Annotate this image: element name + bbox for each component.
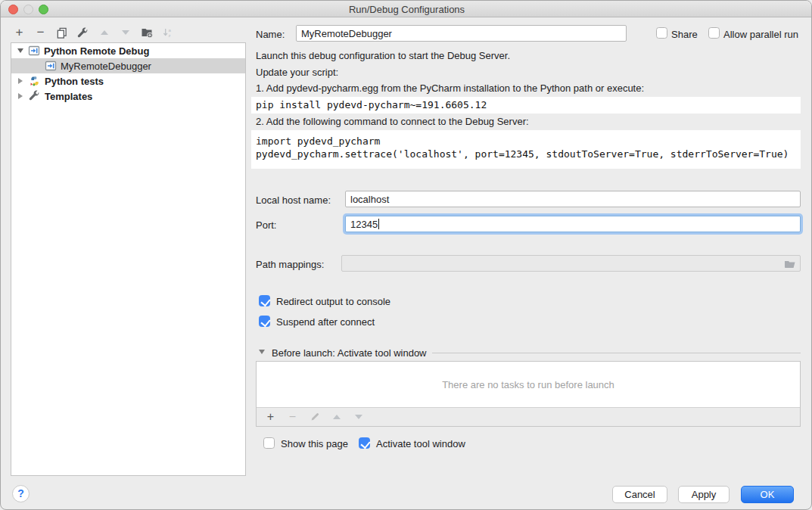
share-checkbox[interactable] <box>656 27 667 39</box>
tree-item-label: MyRemoteDebugger <box>61 61 151 72</box>
svg-text:z: z <box>168 32 170 37</box>
name-value: MyRemoteDebugger <box>301 28 392 39</box>
run-debug-configurations-dialog: { "window": { "title": "Run/Debug Config… <box>0 0 812 510</box>
before-launch-separator <box>432 353 801 353</box>
browse-folder-icon[interactable] <box>784 258 796 272</box>
share-label: Share <box>671 29 698 40</box>
path-mappings-input[interactable] <box>341 255 801 272</box>
redirect-output-label: Redirect output to console <box>276 296 390 307</box>
tree-item-label: Python tests <box>45 76 104 87</box>
step1-text: 1. Add pydevd-pycharm.egg from the PyCha… <box>256 82 644 94</box>
tree-item-label: Templates <box>45 91 92 102</box>
collapse-arrow-icon[interactable] <box>17 48 23 53</box>
before-launch-toolbar: + − <box>257 407 800 426</box>
pip-install-code: pip install pydevd-pycharm~=191.6605.12 <box>251 97 801 114</box>
copy-configuration-icon[interactable] <box>55 26 68 39</box>
move-down-icon <box>119 26 132 39</box>
expand-arrow-icon[interactable] <box>18 93 23 99</box>
text-cursor <box>378 219 379 229</box>
settrace-code-line1: import pydevd_pycharm <box>256 135 801 148</box>
cancel-button[interactable]: Cancel <box>612 486 667 503</box>
show-this-page-label: Show this page <box>281 438 348 449</box>
new-folder-icon[interactable] <box>140 26 153 39</box>
python-tests-icon <box>29 75 41 87</box>
no-tasks-message: There are no tasks to run before launch <box>257 362 800 407</box>
name-input[interactable]: MyRemoteDebugger <box>296 25 627 42</box>
remove-configuration-icon[interactable]: − <box>34 26 47 39</box>
ok-button[interactable]: OK <box>741 486 794 503</box>
apply-button[interactable]: Apply <box>678 486 730 503</box>
remove-task-icon: − <box>286 410 299 424</box>
local-host-name-label: Local host name: <box>256 194 331 206</box>
local-host-name-value: localhost <box>350 194 389 205</box>
configurations-toolbar: + − az <box>13 25 174 40</box>
local-host-name-input[interactable]: localhost <box>345 191 801 207</box>
configurations-tree: Python Remote Debug MyRemoteDebugger Pyt… <box>11 42 246 476</box>
wrench-icon <box>29 90 41 102</box>
move-task-up-icon <box>330 410 343 424</box>
window-title: Run/Debug Configurations <box>1 4 812 15</box>
activate-tool-window-checkbox[interactable] <box>359 437 370 449</box>
show-this-page-checkbox[interactable] <box>263 437 275 449</box>
before-launch-task-list: There are no tasks to run before launch … <box>256 361 801 427</box>
before-launch-header: Before launch: Activate tool window <box>272 347 427 359</box>
add-configuration-icon[interactable]: + <box>13 26 26 39</box>
step2-text: 2. Add the following command to connect … <box>256 116 529 127</box>
allow-parallel-run-label: Allow parallel run <box>723 29 798 40</box>
edit-task-icon <box>308 410 321 424</box>
port-input[interactable]: 12345 <box>345 216 801 232</box>
tree-item-templates[interactable]: Templates <box>11 89 245 104</box>
move-up-icon <box>98 26 110 39</box>
name-label: Name: <box>256 29 285 40</box>
edit-templates-icon[interactable] <box>76 26 89 39</box>
settrace-code: import pydevd_pycharm pydevd_pycharm.set… <box>251 130 801 169</box>
add-task-icon[interactable]: + <box>264 410 277 424</box>
activate-tool-window-label: Activate tool window <box>376 438 465 449</box>
before-launch-collapse-icon[interactable] <box>259 350 265 354</box>
redirect-output-checkbox[interactable] <box>259 295 270 306</box>
title-bar: Run/Debug Configurations <box>1 1 812 17</box>
expand-arrow-icon[interactable] <box>18 78 23 84</box>
port-value: 12345 <box>350 219 378 230</box>
tree-item-label: Python Remote Debug <box>44 45 149 57</box>
port-label: Port: <box>256 219 276 231</box>
tree-item-python-tests[interactable]: Python tests <box>11 73 245 89</box>
help-button[interactable]: ? <box>12 485 30 502</box>
settrace-code-line2: pydevd_pycharm.settrace('localhost', por… <box>256 148 801 160</box>
intro-text: Launch this debug configuration to start… <box>256 50 510 61</box>
suspend-after-connect-label: Suspend after connect <box>276 316 375 328</box>
run-config-icon <box>45 60 57 72</box>
allow-parallel-run-checkbox[interactable] <box>708 27 720 39</box>
update-script-text: Update your script: <box>256 67 338 78</box>
sort-alphabetically-icon: az <box>161 26 174 39</box>
run-config-icon <box>28 45 40 57</box>
tree-item-python-remote-debug[interactable]: Python Remote Debug <box>11 43 245 58</box>
tree-item-myremotedebugger[interactable]: MyRemoteDebugger <box>11 58 245 73</box>
move-task-down-icon <box>352 410 365 424</box>
path-mappings-label: Path mappings: <box>256 259 324 270</box>
suspend-after-connect-checkbox[interactable] <box>259 316 270 327</box>
